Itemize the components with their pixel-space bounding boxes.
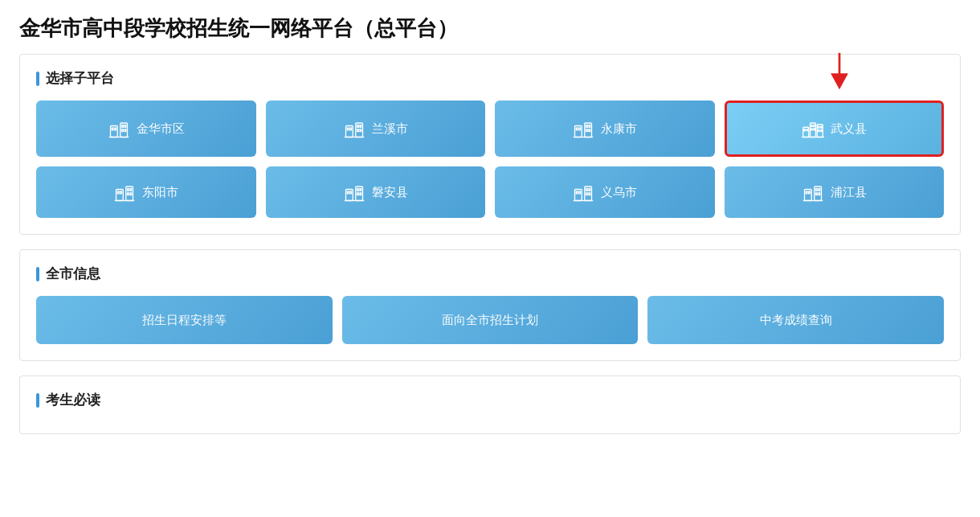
sub-btn-yiwu[interactable]: 义乌市 <box>495 166 715 218</box>
sub-platform-title: 选择子平台 <box>36 69 944 88</box>
svg-rect-15 <box>357 125 358 128</box>
building-icon <box>802 117 824 140</box>
sub-btn-lanxi[interactable]: 兰溪市 <box>266 101 486 157</box>
svg-rect-45 <box>118 191 120 194</box>
svg-rect-57 <box>360 189 361 191</box>
building-icon <box>572 117 594 140</box>
svg-rect-29 <box>803 127 809 137</box>
svg-rect-46 <box>120 191 122 194</box>
sub-btn-jinhua-label: 金华市区 <box>137 121 185 137</box>
building-icon <box>113 181 136 203</box>
svg-rect-41 <box>820 130 822 132</box>
svg-rect-47 <box>128 189 129 191</box>
svg-rect-40 <box>818 130 819 132</box>
svg-rect-55 <box>350 191 352 194</box>
sub-btn-panan-label: 磐安县 <box>372 185 408 200</box>
svg-rect-7 <box>125 125 126 128</box>
svg-rect-32 <box>803 129 805 131</box>
sub-btn-dongyang-label: 东阳市 <box>142 185 178 200</box>
svg-rect-65 <box>586 189 588 191</box>
svg-rect-67 <box>586 193 588 195</box>
svg-rect-77 <box>819 193 820 195</box>
page-title: 金华市高中段学校招生统一网络平台（总平台） <box>0 0 980 54</box>
info-btn-schedule[interactable]: 招生日程安排等 <box>36 296 333 344</box>
svg-rect-56 <box>357 189 358 191</box>
building-icon <box>108 117 130 140</box>
svg-rect-6 <box>121 125 123 128</box>
must-read-title: 考生必读 <box>36 391 944 409</box>
svg-rect-59 <box>360 193 361 195</box>
svg-rect-50 <box>130 193 132 195</box>
svg-rect-76 <box>815 193 817 195</box>
svg-rect-16 <box>360 125 361 128</box>
building-icon <box>572 181 594 203</box>
svg-rect-74 <box>815 189 817 191</box>
info-btn-plan[interactable]: 面向全市招生计划 <box>342 296 639 344</box>
sub-btn-wuyi[interactable]: 武义县 <box>725 101 945 157</box>
svg-rect-17 <box>357 129 358 132</box>
svg-rect-22 <box>577 128 578 130</box>
svg-rect-8 <box>121 129 123 132</box>
sub-btn-yongkang[interactable]: 永康市 <box>495 101 715 157</box>
svg-rect-73 <box>809 191 811 194</box>
city-info-title: 全市信息 <box>36 265 944 283</box>
sub-btn-lanxi-label: 兰溪市 <box>372 121 408 137</box>
svg-rect-63 <box>577 191 578 194</box>
city-info-grid: 招生日程安排等 面向全市招生计划 中考成绩查询 <box>36 296 944 344</box>
building-icon <box>802 181 824 203</box>
svg-rect-64 <box>579 191 581 194</box>
svg-rect-38 <box>818 126 819 128</box>
sub-platform-grid: 金华市区 兰溪市 <box>36 101 944 218</box>
svg-rect-75 <box>819 189 820 191</box>
svg-rect-13 <box>347 128 349 130</box>
svg-rect-27 <box>589 129 590 132</box>
svg-rect-25 <box>589 125 590 128</box>
sub-btn-pujiang[interactable]: 浦江县 <box>725 166 945 218</box>
svg-rect-33 <box>806 129 808 131</box>
svg-rect-37 <box>814 129 815 130</box>
arrow-annotation <box>823 51 855 92</box>
svg-rect-5 <box>115 128 116 130</box>
sub-btn-yongkang-label: 永康市 <box>601 121 637 137</box>
sub-btn-pujiang-label: 浦江县 <box>831 185 867 200</box>
svg-rect-23 <box>579 128 581 130</box>
page-wrapper: 金华市高中段学校招生统一网络平台（总平台） 选择子平台 金华市区 <box>0 0 980 434</box>
svg-rect-18 <box>360 129 361 132</box>
svg-rect-34 <box>811 125 812 127</box>
info-btn-score[interactable]: 中考成绩查询 <box>647 296 944 344</box>
building-icon <box>343 117 365 140</box>
svg-rect-35 <box>814 125 815 127</box>
building-icon <box>343 181 365 203</box>
svg-rect-26 <box>586 129 588 132</box>
svg-marker-1 <box>831 73 848 89</box>
sub-btn-panan[interactable]: 磐安县 <box>266 166 486 218</box>
svg-rect-58 <box>357 193 358 195</box>
svg-rect-9 <box>125 129 126 132</box>
svg-rect-48 <box>130 189 132 191</box>
svg-rect-54 <box>347 191 349 194</box>
sub-btn-dongyang[interactable]: 东阳市 <box>36 166 256 218</box>
city-info-section: 全市信息 招生日程安排等 面向全市招生计划 中考成绩查询 <box>19 249 961 361</box>
svg-rect-49 <box>128 193 129 195</box>
must-read-section: 考生必读 <box>19 375 961 434</box>
svg-rect-4 <box>112 128 113 130</box>
svg-rect-72 <box>806 191 807 194</box>
svg-rect-39 <box>820 126 822 128</box>
sub-platform-section: 选择子平台 金华市区 <box>19 54 961 235</box>
svg-rect-24 <box>586 125 588 128</box>
sub-btn-jinhua[interactable]: 金华市区 <box>36 101 256 157</box>
sub-btn-wuyi-label: 武义县 <box>831 121 867 137</box>
svg-rect-68 <box>589 193 590 195</box>
sub-btn-yiwu-label: 义乌市 <box>601 185 637 200</box>
svg-rect-66 <box>589 189 590 191</box>
svg-rect-14 <box>350 128 352 130</box>
svg-rect-36 <box>811 129 812 130</box>
